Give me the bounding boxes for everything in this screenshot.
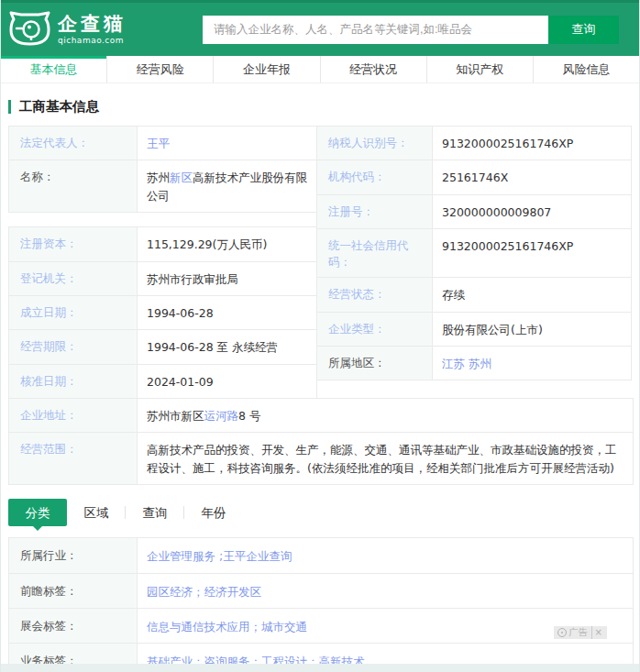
value-link[interactable]: 城市交通 — [261, 620, 307, 633]
row-label: 展会标签： — [9, 609, 138, 643]
nav-tab-operating-status[interactable]: 经营状况 — [321, 56, 427, 83]
info-row-company-name: 名称：苏州新区高新技术产业股份有限公司 — [8, 160, 317, 213]
info-row-organization-code: 机构代码：25161746X — [316, 160, 632, 194]
row-value: 9132000025161746XP — [433, 127, 631, 160]
search-button[interactable]: 查询 — [548, 16, 619, 44]
value-link[interactable]: 江苏 苏州 — [442, 357, 491, 370]
value-link[interactable]: 工程设计 — [261, 655, 307, 668]
info-row-registered-capital: 注册资本：115,129.29(万人民币) — [8, 226, 317, 261]
row-label: 所属行业： — [9, 538, 138, 572]
info-row-approval-date: 核准日期：2024-01-09 — [8, 364, 317, 399]
ad-label: 广告 — [569, 626, 588, 639]
value-text: 苏州市行政审批局 — [147, 272, 238, 286]
value-text: ; — [215, 549, 223, 563]
row-value: 股份有限公司(上市) — [433, 313, 631, 346]
brand-name: 企查猫 — [58, 14, 127, 34]
row-value: 王平 — [138, 127, 316, 160]
info-row-registration-number: 注册号：320000000009807 — [316, 194, 632, 229]
value-link[interactable]: 企业管理服务 — [147, 549, 215, 563]
tags-table: 所属行业：企业管理服务 ;王平企业查询前瞻标签：园区经济；经济开发区展会标签：信… — [8, 537, 632, 672]
brand-logo[interactable]: 企查猫 qichamao.com — [8, 10, 203, 49]
row-value: 1994-06-28 至 永续经营 — [138, 330, 316, 363]
filter-tab-year[interactable]: 年份 — [184, 499, 243, 526]
ad-close-icon[interactable]: × — [591, 626, 605, 639]
value-text: 苏州市新区 — [147, 409, 204, 423]
value-link[interactable]: 咨询服务 — [204, 655, 250, 668]
row-label: 注册资本： — [9, 227, 138, 260]
filter-tab-region[interactable]: 区域 — [67, 499, 126, 526]
section-title-text: 工商基本信息 — [19, 98, 99, 116]
value-link[interactable]: 信息与通信技术应用 — [147, 620, 250, 633]
row-label: 名称： — [9, 160, 138, 212]
filter-tab-category[interactable]: 分类 — [8, 499, 67, 526]
value-text: ； — [250, 655, 262, 668]
row-value: 1994-06-28 — [138, 296, 316, 329]
value-text: 1994-06-28 至 永续经营 — [147, 340, 278, 354]
ad-badge[interactable]: 广告 × — [554, 626, 607, 639]
brand-domain: qichamao.com — [58, 36, 127, 45]
value-text: 存续 — [442, 288, 465, 302]
row-label: 注册号： — [317, 195, 433, 228]
value-link[interactable]: 园区经济 — [147, 585, 193, 599]
row-value: 2024-01-09 — [138, 365, 316, 398]
info-row-business-term: 经营期限：1994-06-28 至 永续经营 — [8, 329, 317, 364]
info-table-right-column: 纳税人识别号：9132000025161746XP机构代码：25161746X注… — [316, 127, 632, 380]
value-text: 2024-01-09 — [147, 375, 214, 389]
row-value: 苏州市行政审批局 — [138, 262, 316, 295]
site-header: 企查猫 qichamao.com 查询 — [1, 0, 639, 56]
info-row-industry: 所属行业：企业管理服务 ;王平企业查询 — [8, 537, 634, 573]
value-link[interactable]: 经济开发区 — [204, 585, 262, 599]
info-table-left-column: 法定代表人：王平名称：苏州新区高新技术产业股份有限公司注册资本：115,129.… — [8, 127, 317, 399]
value-link[interactable]: 运河路 — [204, 409, 239, 423]
info-row-company-address: 企业地址：苏州市新区运河路8 号 — [8, 398, 634, 433]
value-text: 9132000025161746XP — [442, 239, 573, 253]
info-row-company-type: 企业类型：股份有限公司(上市) — [316, 312, 632, 347]
value-link[interactable]: 王平企业查询 — [223, 549, 292, 563]
search-box: 查询 — [203, 16, 619, 44]
row-label: 成立日期： — [9, 296, 138, 329]
row-value: 存续 — [433, 278, 631, 311]
value-link[interactable]: 王平 — [147, 137, 170, 150]
ad-info-icon — [557, 628, 567, 637]
row-label: 法定代表人： — [9, 127, 138, 160]
row-label: 企业类型： — [317, 313, 433, 346]
value-text: 1994-06-28 — [147, 306, 214, 320]
filter-tabs: 分类区域查询年份 — [8, 499, 632, 526]
info-row-region: 所属地区：江苏 苏州 — [316, 346, 632, 380]
value-text: 苏州 — [147, 171, 170, 184]
value-text: 9132000025161746XP — [442, 137, 573, 150]
value-text: 股份有限公司(上市) — [442, 323, 543, 336]
info-row-business-status: 经营状态：存续 — [316, 277, 632, 312]
value-text: ； — [193, 585, 204, 599]
nav-tab-intellectual-property[interactable]: 知识产权 — [427, 56, 534, 83]
row-label: 业务标签： — [9, 644, 138, 672]
row-label: 机构代码： — [317, 160, 433, 193]
row-value: 基础产业；咨询服务；工程设计；高新技术 — [138, 644, 633, 672]
value-link[interactable]: 基础产业 — [147, 655, 193, 668]
info-row-business-tags: 业务标签：基础产业；咨询服务；工程设计；高新技术 — [8, 643, 634, 672]
nav-tab-annual-report[interactable]: 企业年报 — [214, 56, 320, 83]
value-text: 320000000009807 — [442, 205, 551, 219]
content: 工商基本信息 法定代表人：王平名称：苏州新区高新技术产业股份有限公司注册资本：1… — [1, 98, 639, 672]
row-value: 苏州新区高新技术产业股份有限公司 — [138, 160, 316, 212]
cat-magnifier-icon — [8, 10, 51, 49]
row-label: 经营期限： — [9, 330, 138, 363]
nav-tab-business-risk[interactable]: 经营风险 — [107, 56, 214, 83]
info-row-business-scope: 经营范围：高新技术产品的投资、开发、生产，能源、交通、通讯等基础产业、市政基础设… — [8, 432, 634, 485]
value-text: 115,129.29(万人民币) — [147, 237, 267, 251]
search-input[interactable] — [203, 16, 548, 44]
nav-tab-basic-info[interactable]: 基本信息 — [1, 56, 107, 83]
info-row-registration-authority: 登记机关：苏州市行政审批局 — [8, 261, 317, 296]
row-value: 苏州市新区运河路8 号 — [138, 399, 633, 432]
info-row-legal-representative: 法定代表人：王平 — [8, 126, 317, 160]
value-link[interactable]: 高新技术 — [319, 655, 365, 668]
row-value: 企业管理服务 ;王平企业查询 — [138, 538, 633, 572]
main-nav-tabs: 基本信息经营风险企业年报经营状况知识产权风险信息 — [1, 56, 639, 83]
filter-tab-query[interactable]: 查询 — [126, 499, 184, 526]
value-link[interactable]: 新区 — [170, 171, 193, 184]
value-text: 高新技术产品的投资、开发、生产，能源、交通、通讯等基础产业、市政基础设施的投资，… — [147, 443, 617, 474]
nav-tab-risk-info[interactable]: 风险信息 — [534, 56, 639, 83]
info-row-exhibition-tags: 展会标签：信息与通信技术应用；城市交通 — [8, 608, 634, 644]
table-spacer — [8, 213, 317, 227]
row-label: 企业地址： — [9, 399, 138, 432]
